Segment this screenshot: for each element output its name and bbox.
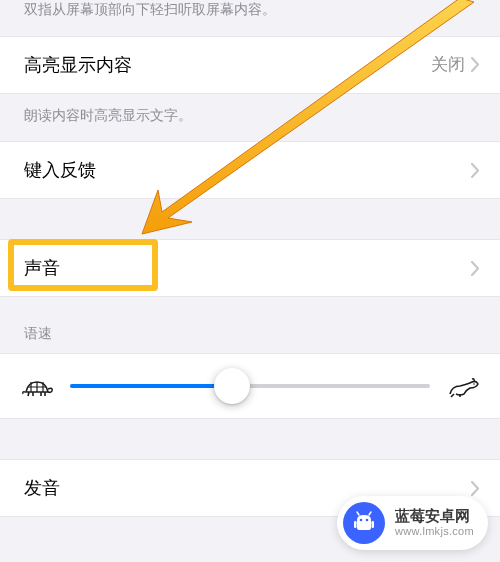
voice-cell[interactable]: 声音 <box>0 239 500 297</box>
watermark-url: www.lmkjs.com <box>395 525 474 538</box>
svg-point-3 <box>366 519 369 522</box>
highlight-content-value: 关闭 <box>431 53 465 76</box>
svg-line-4 <box>357 512 359 515</box>
voice-label: 声音 <box>24 256 60 280</box>
svg-point-1 <box>473 383 475 385</box>
slider-fill <box>70 384 232 388</box>
watermark-title: 蓝莓安卓网 <box>395 507 474 525</box>
pronunciation-label: 发音 <box>24 476 60 500</box>
highlight-hint-text: 朗读内容时高亮显示文字。 <box>0 94 500 142</box>
highlight-content-cell[interactable]: 高亮显示内容 关闭 <box>0 36 500 94</box>
tortoise-icon <box>20 374 54 398</box>
typing-feedback-cell[interactable]: 键入反馈 <box>0 141 500 199</box>
svg-rect-7 <box>371 521 374 528</box>
speed-section-label: 语速 <box>0 297 500 353</box>
typing-feedback-label: 键入反馈 <box>24 158 96 182</box>
highlight-content-label: 高亮显示内容 <box>24 53 132 77</box>
top-hint-text: 双指从屏幕顶部向下轻扫听取屏幕内容。 <box>0 0 500 36</box>
svg-line-5 <box>369 512 371 515</box>
chevron-right-icon <box>471 481 480 496</box>
slider-thumb[interactable] <box>214 368 250 404</box>
chevron-right-icon <box>471 261 480 276</box>
speed-slider[interactable] <box>70 384 430 388</box>
svg-point-2 <box>360 519 363 522</box>
watermark-badge: 蓝莓安卓网 www.lmkjs.com <box>337 496 488 550</box>
chevron-right-icon <box>471 163 480 178</box>
watermark-logo-icon <box>343 502 385 544</box>
speed-slider-cell <box>0 353 500 419</box>
hare-icon <box>446 374 480 398</box>
svg-rect-6 <box>354 521 357 528</box>
chevron-right-icon <box>471 57 480 72</box>
